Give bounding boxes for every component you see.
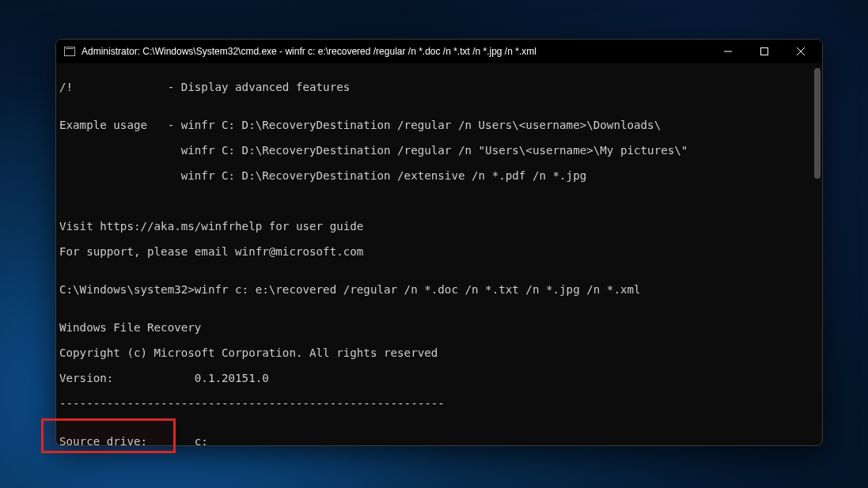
term-line: ----------------------------------------… xyxy=(59,397,822,410)
term-line: Example usage - winfr C: D:\RecoveryDest… xyxy=(59,119,822,131)
close-icon xyxy=(797,47,805,55)
term-line: Windows File Recovery xyxy=(59,321,822,334)
minimize-button[interactable] xyxy=(710,40,746,63)
maximize-icon xyxy=(760,47,768,55)
minimize-icon xyxy=(724,47,732,55)
term-line: Visit https://aka.ms/winfrhelp for user … xyxy=(59,220,822,233)
cmd-window: Administrator: C:\Windows\System32\cmd.e… xyxy=(55,39,823,446)
term-line: winfr C: D:\RecoveryDestination /regular… xyxy=(59,144,822,157)
terminal-output[interactable]: /! - Display advanced features Example u… xyxy=(56,63,822,445)
scrollbar-thumb[interactable] xyxy=(814,68,821,179)
close-button[interactable] xyxy=(783,40,819,63)
svg-rect-1 xyxy=(761,48,768,55)
term-line: /! - Display advanced features xyxy=(59,81,822,93)
term-line: For support, please email winfr@microsof… xyxy=(59,245,822,258)
cmd-icon xyxy=(64,47,75,56)
window-controls xyxy=(710,40,819,63)
titlebar[interactable]: Administrator: C:\Windows\System32\cmd.e… xyxy=(56,40,822,63)
maximize-button[interactable] xyxy=(746,40,783,63)
term-line: Copyright (c) Microsoft Corporation. All… xyxy=(59,346,822,359)
term-line: C:\Windows\system32>winfr c: e:\recovere… xyxy=(59,283,822,296)
term-line: winfr C: D:\RecoveryDestination /extensi… xyxy=(59,169,822,182)
term-line: Version: 0.1.20151.0 xyxy=(59,372,822,384)
term-line: Source drive: c: xyxy=(59,435,822,445)
window-title: Administrator: C:\Windows\System32\cmd.e… xyxy=(81,46,710,57)
